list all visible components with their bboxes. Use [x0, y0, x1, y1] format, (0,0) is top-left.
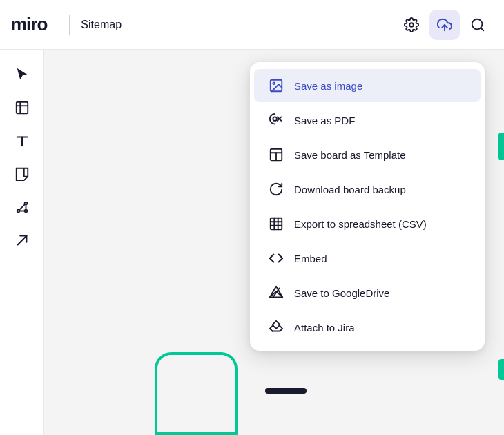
- frames-tool[interactable]: [8, 94, 36, 122]
- template-icon: [268, 146, 284, 163]
- menu-item-embed[interactable]: Embed: [254, 242, 481, 275]
- svg-point-15: [273, 117, 277, 121]
- menu-item-jira[interactable]: Attach to Jira: [254, 311, 481, 344]
- export-button[interactable]: [429, 10, 460, 40]
- menu-item-save-image[interactable]: Save as image: [254, 69, 481, 102]
- canvas-bar: [265, 388, 307, 394]
- pdf-icon: [268, 112, 284, 128]
- svg-point-10: [24, 202, 27, 205]
- settings-button[interactable]: [396, 10, 427, 40]
- google-drive-icon: [268, 284, 284, 301]
- search-button[interactable]: [463, 10, 493, 40]
- menu-item-jira-label: Attach to Jira: [294, 322, 355, 334]
- svg-point-0: [409, 23, 414, 27]
- canvas-element-rounded-rect: [155, 352, 238, 435]
- sidebar: [0, 50, 44, 435]
- topbar: miro Sitemap: [0, 0, 504, 50]
- menu-item-save-image-label: Save as image: [294, 80, 362, 92]
- menu-item-embed-label: Embed: [294, 253, 327, 264]
- menu-item-export-csv[interactable]: Export to spreadsheet (CSV): [254, 207, 481, 240]
- cursor-tool[interactable]: [8, 61, 36, 88]
- menu-item-download-backup[interactable]: Download board backup: [254, 173, 481, 206]
- canvas-teal-accent-1: [498, 133, 504, 160]
- jira-icon: [268, 319, 284, 336]
- board-title: Sitemap: [81, 19, 122, 31]
- backup-icon: [268, 181, 284, 197]
- text-tool[interactable]: [8, 127, 36, 155]
- topbar-divider: [69, 15, 70, 35]
- export-dropdown: Save as image Save as PDF Save board as …: [250, 62, 485, 351]
- svg-point-9: [17, 210, 19, 213]
- sticky-note-tool[interactable]: [8, 160, 36, 188]
- connections-tool[interactable]: [8, 193, 36, 221]
- menu-item-download-backup-label: Download board backup: [294, 184, 406, 195]
- svg-point-14: [273, 82, 275, 84]
- menu-item-google-drive-label: Save to GoogleDrive: [294, 287, 389, 299]
- topbar-actions: [396, 10, 493, 40]
- menu-item-save-template-label: Save board as Template: [294, 149, 406, 161]
- menu-item-save-template[interactable]: Save board as Template: [254, 138, 481, 171]
- arrow-tool[interactable]: [8, 226, 36, 254]
- menu-item-google-drive[interactable]: Save to GoogleDrive: [254, 276, 481, 309]
- svg-rect-19: [271, 218, 282, 230]
- svg-line-3: [481, 28, 483, 30]
- menu-item-save-pdf[interactable]: Save as PDF: [254, 104, 481, 137]
- svg-line-12: [17, 236, 26, 245]
- svg-point-11: [24, 210, 27, 213]
- menu-item-save-pdf-label: Save as PDF: [294, 115, 355, 126]
- menu-item-export-csv-label: Export to spreadsheet (CSV): [294, 218, 427, 230]
- miro-logo: miro: [11, 14, 47, 35]
- spreadsheet-icon: [268, 215, 284, 232]
- image-icon: [268, 77, 284, 94]
- canvas-teal-accent-2: [498, 359, 504, 380]
- code-icon: [268, 250, 284, 267]
- svg-rect-4: [16, 102, 28, 114]
